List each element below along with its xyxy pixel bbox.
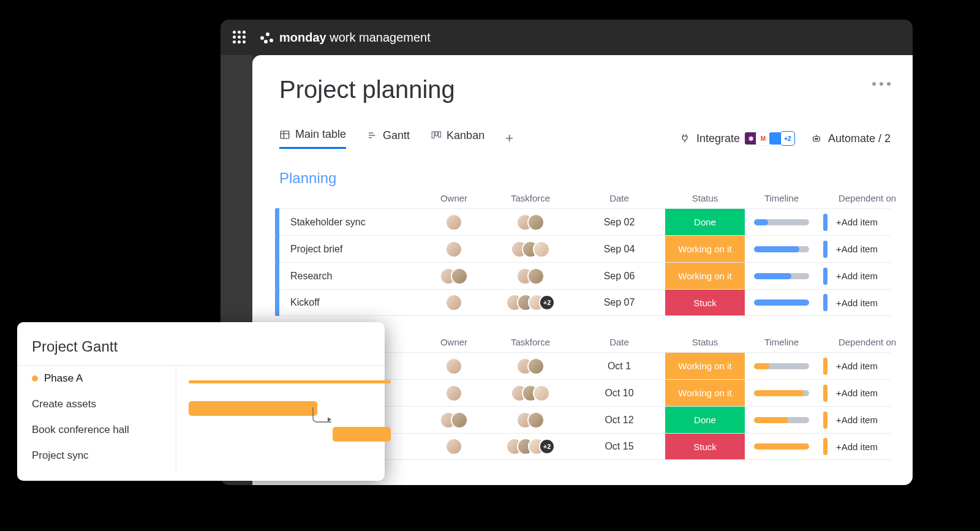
task-name-cell[interactable]: Project brief	[279, 244, 420, 255]
kanban-icon	[431, 130, 442, 141]
taskforce-cell[interactable]	[488, 358, 573, 375]
dependent-on-cell[interactable]: +Add item	[818, 358, 913, 375]
table-row[interactable]: Research Sep 06 Working on it +Add item	[279, 262, 891, 289]
tab-gantt[interactable]: Gantt	[367, 129, 410, 148]
timeline-bar	[754, 363, 809, 369]
column-header[interactable]: Dependent on	[818, 337, 913, 347]
owner-cell[interactable]	[420, 214, 488, 231]
avatar	[527, 214, 545, 231]
timeline-cell[interactable]	[745, 246, 818, 252]
column-header[interactable]: Dependent on	[818, 193, 913, 203]
apps-grid-icon[interactable]	[233, 31, 246, 44]
gantt-task-list: Phase A Create assets Book conference ha…	[17, 366, 176, 472]
timeline-bar	[754, 246, 809, 252]
avatar-more-count: +2	[539, 295, 555, 311]
date-cell[interactable]: Oct 15	[573, 441, 665, 452]
tab-kanban[interactable]: Kanban	[431, 129, 484, 148]
dependent-on-cell[interactable]: +Add item	[818, 438, 913, 455]
status-cell[interactable]: Stuck	[665, 290, 745, 315]
column-header[interactable]: Owner	[420, 193, 488, 203]
status-cell[interactable]: Stuck	[665, 434, 745, 459]
add-view-button[interactable]: +	[505, 130, 513, 146]
column-header[interactable]: Status	[665, 193, 745, 203]
gantt-task-row[interactable]: Book conference hall	[17, 417, 176, 443]
timeline-cell[interactable]	[745, 417, 818, 423]
dependent-on-cell[interactable]: +Add item	[818, 268, 913, 285]
integrate-button[interactable]: Integrate ✱ M +2	[679, 131, 795, 146]
timeline-cell[interactable]	[745, 390, 818, 396]
taskforce-cell[interactable]	[488, 214, 573, 231]
dep-indicator-icon	[823, 268, 827, 285]
task-name-cell[interactable]: Stakeholder sync	[279, 217, 420, 228]
gantt-phase-row[interactable]: Phase A	[17, 366, 176, 391]
dependent-on-cell[interactable]: +Add item	[818, 294, 913, 311]
owner-cell[interactable]	[420, 241, 488, 258]
date-cell[interactable]: Oct 1	[573, 361, 665, 372]
task-name-cell[interactable]: Research	[279, 271, 420, 282]
tabs: Main table Gantt Kanban +	[279, 128, 513, 149]
status-cell[interactable]: Working on it	[665, 380, 745, 406]
timeline-cell[interactable]	[745, 299, 818, 306]
gantt-task-row[interactable]: Create assets	[17, 391, 176, 417]
column-header[interactable]: Date	[573, 193, 665, 203]
taskforce-cell[interactable]: +2	[488, 294, 573, 311]
dependent-on-cell[interactable]: +Add item	[818, 412, 913, 429]
timeline-cell[interactable]	[745, 443, 818, 450]
timeline-cell[interactable]	[745, 273, 818, 279]
column-header[interactable]: Timeline	[745, 337, 818, 347]
column-header[interactable]: Taskforce	[488, 337, 573, 347]
taskforce-cell[interactable]	[488, 385, 573, 402]
owner-cell[interactable]	[420, 358, 488, 375]
taskforce-cell[interactable]	[488, 268, 573, 285]
phase-bullet-icon	[32, 375, 38, 382]
taskforce-cell[interactable]	[488, 241, 573, 258]
column-header[interactable]: Status	[665, 337, 745, 347]
owner-cell[interactable]	[420, 412, 488, 429]
dependent-on-cell[interactable]: +Add item	[818, 241, 913, 258]
column-header[interactable]: Timeline	[745, 193, 818, 203]
owner-cell[interactable]	[420, 268, 488, 285]
status-cell[interactable]: Working on it	[665, 236, 745, 262]
dep-indicator-icon	[823, 412, 827, 429]
plug-icon	[679, 133, 690, 144]
dep-indicator-icon	[823, 241, 827, 258]
status-cell[interactable]: Working on it	[665, 263, 745, 289]
taskforce-cell[interactable]	[488, 412, 573, 429]
date-cell[interactable]: Oct 10	[573, 388, 665, 399]
more-menu-icon[interactable]	[872, 76, 891, 86]
date-cell[interactable]: Sep 07	[573, 297, 665, 308]
timeline-bar	[754, 390, 809, 396]
task-name-cell[interactable]: Kickoff	[279, 297, 420, 308]
status-cell[interactable]: Done	[665, 407, 745, 433]
dep-indicator-icon	[823, 294, 827, 311]
tab-main-table[interactable]: Main table	[279, 128, 346, 149]
column-header[interactable]: Date	[573, 337, 665, 347]
group-title[interactable]: Planning	[279, 170, 891, 187]
dependent-on-cell[interactable]: +Add item	[818, 214, 913, 231]
status-cell[interactable]: Working on it	[665, 353, 745, 379]
date-cell[interactable]: Oct 12	[573, 415, 665, 426]
avatar	[445, 241, 462, 258]
owner-cell[interactable]	[420, 385, 488, 402]
taskforce-cell[interactable]: +2	[488, 438, 573, 455]
column-header[interactable]: Owner	[420, 337, 488, 347]
column-header[interactable]: Taskforce	[488, 193, 573, 203]
brand: monday work management	[260, 31, 431, 45]
table-row[interactable]: Kickoff +2 Sep 07 Stuck +Add item	[279, 289, 891, 316]
svg-point-11	[816, 138, 818, 140]
date-cell[interactable]: Sep 06	[573, 271, 665, 282]
table-row[interactable]: Project brief Sep 04 Working on it +Add …	[279, 235, 891, 262]
date-cell[interactable]: Sep 02	[573, 217, 665, 228]
date-cell[interactable]: Sep 04	[573, 244, 665, 255]
status-cell[interactable]: Done	[665, 209, 745, 235]
table-row[interactable]: Stakeholder sync Sep 02 Done +Add item	[279, 208, 891, 235]
owner-cell[interactable]	[420, 438, 488, 455]
automate-button[interactable]: Automate / 2	[811, 132, 891, 145]
owner-cell[interactable]	[420, 294, 488, 311]
dependent-on-cell[interactable]: +Add item	[818, 385, 913, 402]
timeline-cell[interactable]	[745, 363, 818, 369]
timeline-cell[interactable]	[745, 219, 818, 225]
timeline-bar	[754, 219, 809, 225]
gantt-task-row[interactable]: Project sync	[17, 443, 176, 469]
gantt-icon	[367, 130, 378, 141]
